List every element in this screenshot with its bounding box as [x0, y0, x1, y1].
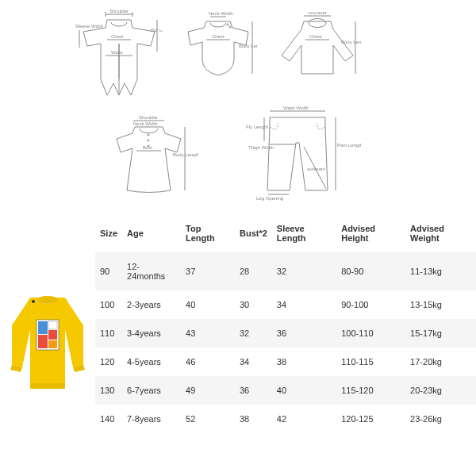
cell-sleeve_length: 32: [272, 252, 336, 290]
cell-size: 130: [95, 376, 122, 405]
svg-point-8: [229, 26, 231, 28]
cell-bust2: 30: [235, 290, 272, 319]
size-table-body: 9012-24months37283280-9011-13kg1002-3yea…: [95, 252, 476, 433]
romper-bodylen-label: Bor Ler: [151, 28, 163, 33]
romper-shoulder-label: Shoulder: [109, 9, 129, 13]
cell-bust2: 36: [235, 376, 272, 405]
svg-rect-32: [38, 335, 48, 348]
dress-neck-label: Neck Width: [133, 121, 158, 126]
svg-point-27: [37, 296, 58, 304]
cell-size: 100: [95, 290, 122, 319]
col-advised-height: Advised Height: [336, 214, 405, 252]
col-bust2: Bust*2: [235, 214, 272, 252]
cell-age: 6-7years: [122, 376, 181, 405]
cell-age: 3-4years: [122, 319, 181, 347]
cell-top_length: 40: [181, 290, 235, 319]
pants-length-label: Pant Length: [337, 143, 361, 148]
cell-advised_weight: 17-20kg: [405, 347, 476, 376]
cell-size: 140: [95, 405, 122, 433]
cell-advised_weight: 20-23kg: [405, 376, 476, 405]
table-row: 1306-7years493640115-12020-23kg: [95, 376, 476, 405]
cell-age: 12-24months: [122, 252, 181, 290]
cell-sleeve_length: 40: [272, 376, 336, 405]
cell-advised_weight: 23-26kg: [405, 405, 476, 433]
svg-rect-33: [48, 340, 57, 348]
pants-diagram: Waist Width Fly Length Thigh Width Leg O…: [242, 103, 361, 202]
product-sweatshirt-image: [8, 290, 87, 401]
svg-point-7: [227, 24, 228, 25]
cell-advised_height: 115-120: [336, 376, 405, 405]
cell-top_length: 43: [181, 319, 235, 347]
onesie-chest-label: Chest: [212, 34, 225, 39]
svg-point-34: [32, 300, 35, 303]
cell-top_length: 49: [181, 376, 235, 405]
romper-chest-label: Chest: [111, 34, 124, 39]
size-table-column: Size Age Top Length Bust*2 Sleeve Length…: [95, 214, 476, 476]
onesie-neck-label: Neck Width: [209, 12, 233, 16]
col-age: Age: [122, 214, 181, 252]
cell-bust2: 32: [235, 319, 272, 347]
pants-fly-label: Fly Length: [246, 125, 268, 129]
top-diagram: Shoulder Chest Body Length: [274, 12, 361, 83]
onesie-bodylen-label: Body Length: [239, 44, 258, 48]
pants-waist-label: Waist Width: [283, 106, 309, 110]
cell-sleeve_length: 34: [272, 290, 336, 319]
svg-point-16: [148, 140, 149, 141]
top-chest-label: Chest: [309, 34, 322, 39]
romper-diagram: Shoulder Sleeve Width Chest Waist Bor Le…: [75, 8, 163, 103]
cell-advised_weight: 15-17kg: [405, 319, 476, 347]
cell-size: 120: [95, 347, 122, 376]
size-table-header-row: Size Age Top Length Bust*2 Sleeve Length…: [95, 214, 476, 252]
dress-shoulder-label: Shoulder: [139, 115, 158, 120]
cell-age: 4-5years: [122, 347, 181, 376]
cell-bust2: 34: [235, 347, 272, 376]
size-table: Size Age Top Length Bust*2 Sleeve Length…: [95, 214, 476, 433]
table-row: 1002-3years40303490-10013-15kg: [95, 290, 476, 319]
cell-age: 2-3years: [122, 290, 181, 319]
cell-advised_weight: 13-15kg: [405, 290, 476, 319]
cell-bust2: 38: [235, 405, 272, 433]
svg-rect-31: [48, 330, 57, 340]
top-shoulder-label: Shoulder: [308, 12, 327, 15]
svg-rect-29: [38, 321, 48, 334]
size-chart-section: Size Age Top Length Bust*2 Sleeve Length…: [0, 214, 476, 476]
col-sleeve-length: Sleeve Length: [272, 214, 336, 252]
cell-advised_height: 100-110: [336, 319, 405, 347]
table-row: 1204-5years463438110-11517-20kg: [95, 347, 476, 376]
cell-advised_height: 120-125: [336, 405, 405, 433]
cell-bust2: 28: [235, 252, 272, 290]
measurement-diagrams: Shoulder Sleeve Width Chest Waist Bor Le…: [0, 0, 476, 214]
cell-top_length: 37: [181, 252, 235, 290]
cell-sleeve_length: 42: [272, 405, 336, 433]
cell-size: 110: [95, 319, 122, 347]
col-top-length: Top Length: [181, 214, 235, 252]
dress-diagram: Shoulder Neck Width Bust Body Length: [103, 115, 198, 202]
romper-waist-label: Waist: [111, 50, 123, 55]
pants-outseam-label: outseam: [307, 167, 325, 171]
cell-sleeve_length: 36: [272, 319, 336, 347]
table-row: 1103-4years433236100-11015-17kg: [95, 319, 476, 347]
cell-age: 7-8years: [122, 405, 181, 433]
svg-point-15: [148, 134, 149, 136]
pants-legopen-label: Leg Opening: [256, 196, 283, 201]
romper-sleeve-width-label: Sleeve Width: [75, 24, 103, 29]
dress-bust-label: Bust: [143, 145, 152, 150]
product-image-column: [0, 214, 95, 476]
cell-advised_height: 80-90: [336, 252, 405, 290]
cell-advised_height: 90-100: [336, 290, 405, 319]
onesie-diagram: Neck Width Chest Body Length: [178, 12, 258, 83]
table-row: 9012-24months37283280-9011-13kg: [95, 252, 476, 290]
dress-bodylen-label: Body Length: [173, 152, 198, 157]
col-advised-weight: Advised Weight: [405, 214, 476, 252]
cell-sleeve_length: 38: [272, 347, 336, 376]
pants-thigh-label: Thigh Width: [248, 145, 274, 150]
cell-top_length: 52: [181, 405, 235, 433]
cell-advised_height: 110-115: [336, 347, 405, 376]
table-row: 1407-8years523842120-12523-26kg: [95, 405, 476, 433]
cell-size: 90: [95, 252, 122, 290]
svg-rect-30: [48, 321, 57, 329]
top-bodylen-label: Body Length: [341, 40, 361, 44]
cell-top_length: 46: [181, 347, 235, 376]
col-size: Size: [95, 214, 122, 252]
cell-advised_weight: 11-13kg: [405, 252, 476, 290]
